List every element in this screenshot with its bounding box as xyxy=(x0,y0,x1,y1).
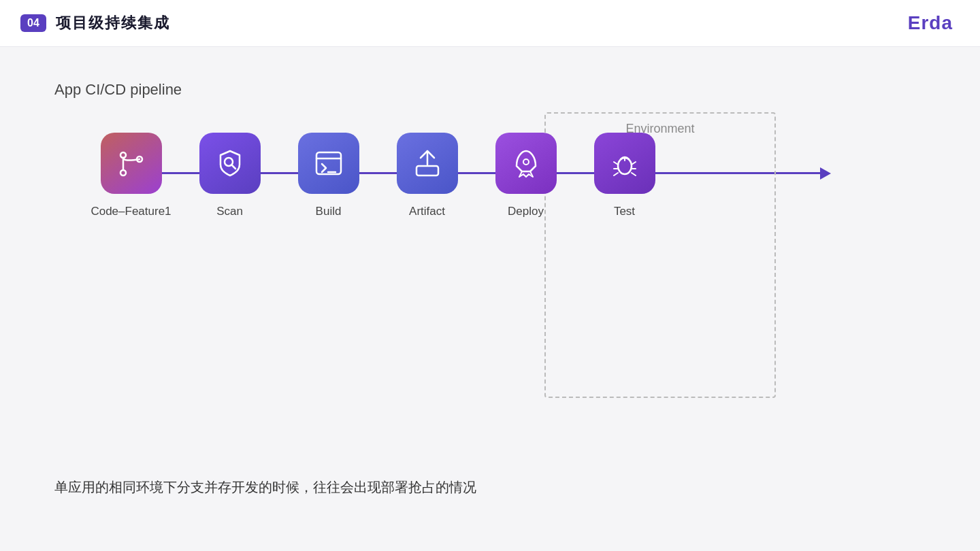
scan-icon xyxy=(214,147,246,180)
header: 04 项目级持续集成 Erda xyxy=(0,0,980,47)
scan-icon-wrap xyxy=(199,133,261,194)
stage-code: Code–Feature1 xyxy=(82,133,180,218)
stage-build: Build xyxy=(279,133,378,218)
deploy-label: Deploy xyxy=(508,205,544,218)
stage-deploy: Deploy xyxy=(476,133,575,218)
main-content: App CI/CD pipeline Environment xyxy=(0,47,980,246)
svg-point-11 xyxy=(523,159,529,165)
pipeline-arrow xyxy=(820,167,831,180)
svg-line-14 xyxy=(632,162,636,165)
stage-test: Test xyxy=(575,133,674,218)
git-icon xyxy=(115,147,148,180)
stage-artifact: Artifact xyxy=(378,133,476,218)
pipeline-title: App CI/CD pipeline xyxy=(54,81,939,99)
header-left: 04 项目级持续集成 xyxy=(20,13,170,33)
svg-line-17 xyxy=(614,173,618,176)
svg-line-13 xyxy=(614,162,618,165)
pipeline-stages: Code–Feature1 Scan xyxy=(82,133,674,218)
test-label: Test xyxy=(614,205,635,218)
deploy-icon-wrap xyxy=(495,133,557,194)
svg-rect-6 xyxy=(316,152,341,174)
code-icon-wrap xyxy=(101,133,162,194)
build-label: Build xyxy=(316,205,342,218)
svg-rect-9 xyxy=(416,166,438,176)
stage-scan: Scan xyxy=(180,133,279,218)
deploy-icon xyxy=(510,147,542,180)
test-icon xyxy=(608,147,641,180)
page-title: 项目级持续集成 xyxy=(56,13,170,33)
artifact-label: Artifact xyxy=(409,205,445,218)
build-icon-wrap xyxy=(298,133,359,194)
artifact-icon-wrap xyxy=(397,133,458,194)
svg-line-5 xyxy=(231,165,235,169)
build-icon xyxy=(312,147,345,180)
erda-logo: Erda xyxy=(908,12,953,34)
code-label: Code–Feature1 xyxy=(91,205,171,218)
slide-number-badge: 04 xyxy=(20,14,46,32)
bottom-note: 单应用的相同环境下分支并存开发的时候，往往会出现部署抢占的情况 xyxy=(54,478,476,497)
scan-label: Scan xyxy=(216,205,243,218)
svg-line-18 xyxy=(632,173,636,176)
pipeline-area: Environment Code–Feature1 xyxy=(82,133,939,218)
test-icon-wrap xyxy=(594,133,655,194)
artifact-icon xyxy=(411,147,444,180)
